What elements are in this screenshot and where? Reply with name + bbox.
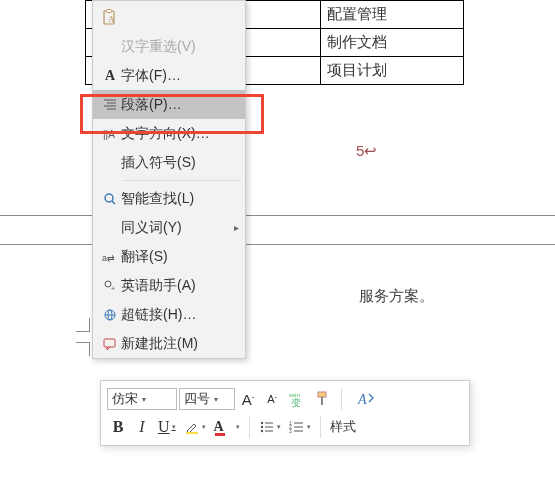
menu-insert-symbol[interactable]: 插入符号(S) (93, 148, 245, 177)
menu-label: 文字方向(X)… (121, 125, 235, 143)
menu-label: 智能查找(L) (121, 190, 235, 208)
numbering-button[interactable]: 123▾ (286, 415, 314, 439)
svg-text:||A: ||A (103, 129, 115, 140)
shrink-font-button[interactable]: Aˇ (261, 387, 283, 411)
text-direction-icon: ||A (99, 124, 121, 144)
dropdown-arrow-icon: ▾ (142, 395, 146, 404)
menu-label: 英语助手(A) (121, 277, 235, 295)
menu-paste-options-button[interactable]: A (93, 3, 245, 32)
svg-rect-1 (107, 9, 112, 12)
cell[interactable]: 配置管理 (321, 1, 464, 29)
svg-text:+: + (111, 285, 115, 292)
clipboard-icon: A (99, 8, 121, 28)
styles-label[interactable]: 样式 (327, 415, 359, 439)
menu-translate[interactable]: a⇄ 翻译(S) (93, 242, 245, 271)
font-icon: A (99, 66, 121, 86)
svg-text:a⇄: a⇄ (102, 253, 115, 263)
paragraph-icon (99, 95, 121, 115)
svg-rect-23 (215, 433, 225, 436)
mini-toolbar: 仿宋 ▾ 四号 ▾ Aˆ Aˇ wén变 A B I U▾ ▾ A ▾ (100, 380, 470, 446)
menu-label: 超链接(H)… (121, 306, 235, 324)
underline-button[interactable]: U▾ (155, 415, 179, 439)
paragraph-marker[interactable]: 5↩ (356, 142, 377, 160)
menu-smart-lookup[interactable]: 智能查找(L) (93, 184, 245, 213)
svg-rect-19 (318, 392, 326, 397)
svg-rect-20 (321, 397, 323, 405)
assistant-icon: + (99, 276, 121, 296)
font-color-button[interactable]: A ▾ (211, 415, 243, 439)
menu-new-comment[interactable]: 新建批注(M) (93, 329, 245, 358)
menu-paragraph[interactable]: 段落(P)… (93, 90, 245, 119)
menu-reselect-hanzi: 汉字重选(V) (93, 32, 245, 61)
font-size-value: 四号 (184, 390, 210, 408)
menu-font[interactable]: A 字体(F)… (93, 61, 245, 90)
svg-text:A: A (357, 392, 367, 407)
phonetic-guide-button[interactable]: wén变 (285, 387, 309, 411)
svg-point-26 (260, 426, 262, 428)
font-size-combo[interactable]: 四号 ▾ (179, 388, 235, 410)
styles-button[interactable]: A (348, 387, 384, 411)
svg-rect-16 (104, 339, 115, 347)
bullets-button[interactable]: ▾ (256, 415, 284, 439)
cell[interactable]: 项目计划 (321, 57, 464, 85)
menu-hyperlink[interactable]: 超链接(H)… (93, 300, 245, 329)
globe-icon (99, 305, 121, 325)
svg-text:A: A (108, 14, 115, 24)
menu-separator (123, 180, 241, 181)
highlight-button[interactable]: ▾ (181, 415, 209, 439)
bold-button[interactable]: B (107, 415, 129, 439)
font-name-combo[interactable]: 仿宋 ▾ (107, 388, 177, 410)
menu-label: 翻译(S) (121, 248, 235, 266)
menu-label: 汉字重选(V) (121, 38, 235, 56)
context-menu: A 汉字重选(V) A 字体(F)… 段落(P)… ||A 文字方向(X)… 插… (92, 0, 246, 359)
translate-icon: a⇄ (99, 247, 121, 267)
page-margin-guide (0, 215, 555, 245)
menu-english-assistant[interactable]: + 英语助手(A) (93, 271, 245, 300)
svg-point-8 (105, 194, 113, 202)
comment-icon (99, 334, 121, 354)
svg-point-28 (260, 430, 262, 432)
menu-label: 新建批注(M) (121, 335, 235, 353)
menu-label: 同义词(Y) (121, 219, 235, 237)
page-corner-guide (76, 342, 90, 356)
svg-line-9 (112, 201, 115, 204)
svg-text:3: 3 (289, 428, 292, 434)
page-corner-guide (76, 318, 90, 332)
svg-text:变: 变 (291, 397, 301, 408)
menu-label: 插入符号(S) (121, 154, 235, 172)
menu-text-direction[interactable]: ||A 文字方向(X)… (93, 119, 245, 148)
italic-button[interactable]: I (131, 415, 153, 439)
svg-rect-22 (186, 432, 198, 434)
body-text[interactable]: 服务方案。 (359, 287, 434, 306)
menu-label: 字体(F)… (121, 67, 235, 85)
menu-synonyms[interactable]: 同义词(Y) (93, 213, 245, 242)
format-painter-button[interactable] (311, 387, 335, 411)
menu-label: 段落(P)… (121, 96, 235, 114)
grow-font-button[interactable]: Aˆ (237, 387, 259, 411)
dropdown-arrow-icon: ▾ (214, 395, 218, 404)
font-name-value: 仿宋 (112, 390, 138, 408)
search-icon (99, 189, 121, 209)
svg-point-24 (260, 422, 262, 424)
cell[interactable]: 制作文档 (321, 29, 464, 57)
